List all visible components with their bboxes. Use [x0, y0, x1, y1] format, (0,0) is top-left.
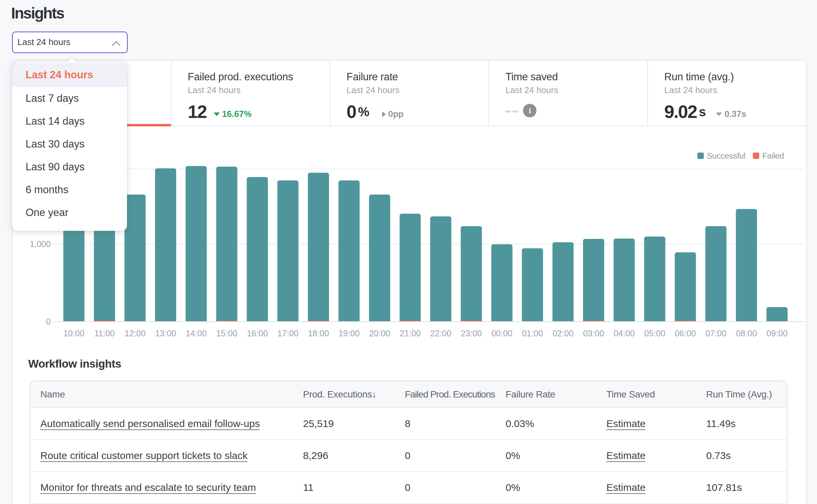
svg-text:00:00: 00:00 — [491, 329, 513, 338]
svg-text:19:00: 19:00 — [339, 329, 360, 338]
svg-text:1,000: 1,000 — [30, 239, 51, 249]
svg-text:20:00: 20:00 — [369, 329, 390, 338]
svg-text:0: 0 — [46, 317, 51, 326]
svg-text:15:00: 15:00 — [216, 329, 238, 338]
svg-text:18:00: 18:00 — [308, 329, 329, 338]
svg-text:22:00: 22:00 — [430, 329, 452, 338]
svg-text:21:00: 21:00 — [400, 329, 421, 338]
svg-text:04:00: 04:00 — [614, 329, 635, 338]
svg-text:01:00: 01:00 — [522, 329, 543, 338]
svg-text:10:00: 10:00 — [63, 329, 85, 338]
svg-text:Failed: Failed — [762, 151, 784, 160]
svg-text:03:00: 03:00 — [583, 329, 604, 338]
svg-text:11:00: 11:00 — [94, 329, 115, 338]
svg-text:02:00: 02:00 — [553, 329, 574, 338]
svg-text:06:00: 06:00 — [675, 329, 696, 338]
svg-text:23:00: 23:00 — [461, 329, 482, 338]
svg-text:07:00: 07:00 — [705, 329, 727, 338]
svg-text:13:00: 13:00 — [155, 329, 176, 338]
svg-text:05:00: 05:00 — [644, 329, 665, 338]
svg-text:17:00: 17:00 — [277, 329, 299, 338]
svg-text:16:00: 16:00 — [247, 329, 268, 338]
svg-text:12:00: 12:00 — [125, 329, 146, 338]
svg-text:14:00: 14:00 — [186, 329, 207, 338]
svg-text:09:00: 09:00 — [767, 329, 788, 338]
svg-text:Successful: Successful — [707, 151, 745, 160]
svg-text:08:00: 08:00 — [736, 329, 757, 338]
